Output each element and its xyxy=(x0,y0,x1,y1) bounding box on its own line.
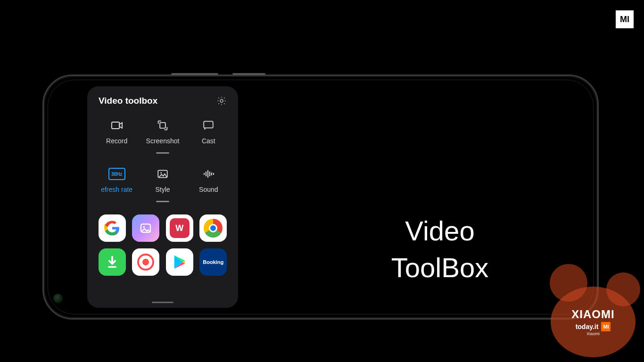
panel-title: Video toolbox xyxy=(99,96,157,106)
refresh-rate-badge: 30Hz xyxy=(108,168,125,180)
tool-label: efresh rate xyxy=(101,186,132,193)
svg-rect-8 xyxy=(206,172,206,176)
svg-rect-9 xyxy=(207,170,208,178)
svg-rect-3 xyxy=(204,121,214,128)
svg-point-0 xyxy=(220,99,223,102)
app-chrome[interactable] xyxy=(199,214,227,242)
gallery-icon xyxy=(139,221,153,235)
tool-label: Style xyxy=(155,186,170,193)
indicator xyxy=(156,152,169,154)
feature-line2: ToolBox xyxy=(391,252,488,283)
app-shortcuts: W Booking xyxy=(94,211,231,276)
tool-label: Record xyxy=(106,137,127,145)
recorder-icon xyxy=(137,254,154,271)
app-wps[interactable]: W xyxy=(166,214,193,242)
watermark-mi-icon: MI xyxy=(601,322,611,331)
watermark-sub: Xiaomi xyxy=(586,331,600,336)
google-icon xyxy=(104,220,120,236)
indicator xyxy=(156,201,169,202)
tool-label: Cast xyxy=(202,137,215,145)
tool-refresh-rate[interactable]: 30Hz efresh rate xyxy=(94,167,140,202)
refresh-rate-icon: 30Hz xyxy=(108,167,125,181)
svg-rect-10 xyxy=(209,172,210,176)
app-gallery[interactable] xyxy=(132,214,159,242)
play-store-icon xyxy=(172,254,188,270)
chrome-icon xyxy=(204,219,223,238)
app-downloads[interactable] xyxy=(99,248,126,276)
watermark-site: today.it xyxy=(576,323,599,330)
home-indicator[interactable] xyxy=(152,302,173,303)
svg-rect-7 xyxy=(204,173,205,175)
phone-frame: Video toolbox Record Screenshot xyxy=(42,74,599,320)
svg-rect-12 xyxy=(213,173,214,175)
phone-power-button xyxy=(232,73,265,75)
svg-point-6 xyxy=(160,172,162,173)
tool-cast[interactable]: Cast xyxy=(186,118,231,154)
svg-point-14 xyxy=(143,226,145,228)
screenshot-icon xyxy=(155,118,170,132)
sound-icon xyxy=(200,167,216,181)
app-booking[interactable]: Booking xyxy=(199,248,227,276)
video-toolbox-panel: Video toolbox Record Screenshot xyxy=(87,86,238,308)
panel-header: Video toolbox xyxy=(94,96,231,115)
app-google[interactable] xyxy=(99,214,126,242)
booking-label: Booking xyxy=(203,259,223,265)
wps-icon: W xyxy=(170,218,190,238)
record-icon xyxy=(109,118,125,132)
app-screen-recorder[interactable] xyxy=(132,248,159,276)
phone-volume-button xyxy=(171,73,218,75)
download-icon xyxy=(105,255,119,269)
tool-record[interactable]: Record xyxy=(94,118,140,154)
tool-screenshot[interactable]: Screenshot xyxy=(140,118,185,154)
tool-grid: Record Screenshot Cast 30Hz efresh r xyxy=(94,115,231,211)
front-camera xyxy=(53,294,63,303)
svg-rect-2 xyxy=(160,123,165,128)
feature-line1: Video xyxy=(405,215,474,246)
tool-sound[interactable]: Sound xyxy=(186,167,231,202)
gear-icon xyxy=(216,96,227,106)
app-play-store[interactable] xyxy=(166,248,193,276)
settings-button[interactable] xyxy=(216,96,227,106)
tool-label: Sound xyxy=(199,186,218,193)
svg-point-4 xyxy=(204,128,206,130)
tool-label: Screenshot xyxy=(146,137,180,145)
svg-rect-11 xyxy=(211,173,212,175)
feature-title: Video ToolBox xyxy=(341,213,539,287)
tool-style[interactable]: Style xyxy=(140,167,185,202)
svg-rect-15 xyxy=(108,266,116,268)
svg-rect-1 xyxy=(112,122,119,129)
mi-logo: MI xyxy=(616,10,634,28)
cast-icon xyxy=(201,118,216,132)
style-icon xyxy=(155,167,170,181)
